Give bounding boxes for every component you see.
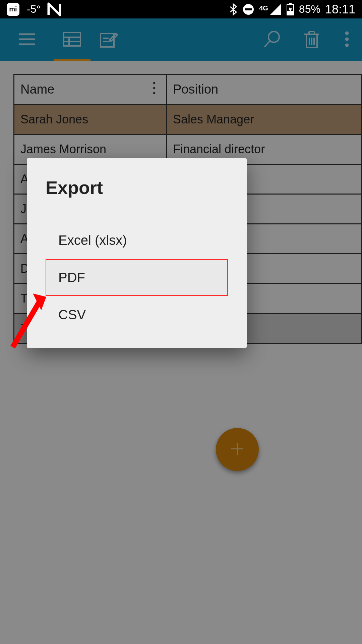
- bluetooth-icon: [229, 3, 238, 16]
- mi-app-icon: mi: [6, 2, 20, 16]
- export-option-excel[interactable]: Excel (xlsx): [46, 221, 228, 259]
- temperature-label: -5°: [27, 3, 41, 15]
- svg-rect-8: [289, 3, 292, 4]
- export-option-label: CSV: [58, 307, 86, 322]
- network-label: 4G: [259, 4, 268, 12]
- clock-label: 18:11: [325, 2, 355, 16]
- svg-rect-6: [245, 8, 252, 10]
- dialog-title: Export: [46, 177, 228, 198]
- cellular-signal-icon: [269, 3, 282, 15]
- export-option-label: Excel (xlsx): [58, 233, 127, 248]
- battery-charging-icon: [286, 3, 294, 16]
- battery-percent-label: 85%: [299, 3, 320, 15]
- export-option-label: PDF: [58, 270, 85, 285]
- status-bar: mi -5° 4G 85% 18:11: [0, 0, 362, 18]
- do-not-disturb-icon: [242, 3, 254, 15]
- export-option-pdf[interactable]: PDF: [46, 259, 228, 296]
- export-dialog: Export Excel (xlsx) PDF CSV: [27, 158, 247, 348]
- export-option-csv[interactable]: CSV: [46, 296, 228, 334]
- n-logo-icon: [47, 2, 61, 16]
